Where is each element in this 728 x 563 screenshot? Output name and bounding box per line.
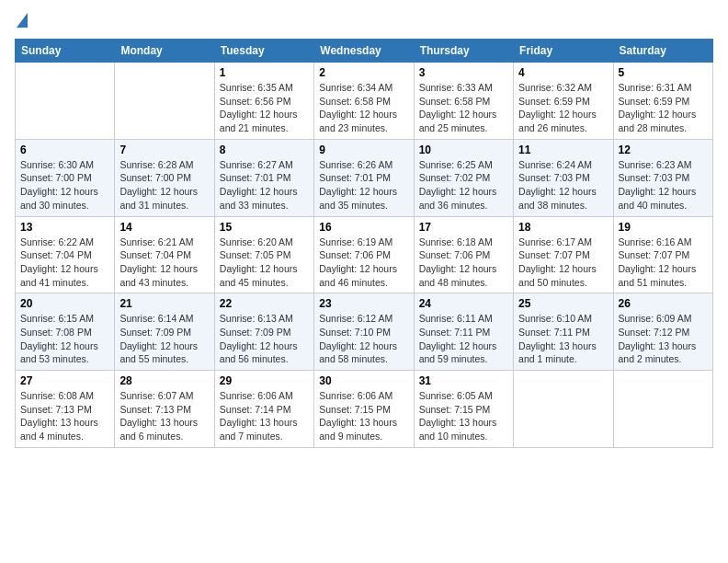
day-number: 10 bbox=[419, 144, 508, 156]
calendar-cell bbox=[16, 63, 115, 140]
day-number: 19 bbox=[619, 221, 708, 234]
day-number: 28 bbox=[119, 374, 209, 387]
day-info: Sunrise: 6:34 AMSunset: 6:58 PMDaylight:… bbox=[319, 81, 408, 135]
day-number: 3 bbox=[419, 66, 508, 79]
day-info: Sunrise: 6:35 AMSunset: 6:56 PMDaylight:… bbox=[220, 81, 309, 135]
calendar-cell: 15Sunrise: 6:20 AMSunset: 7:05 PMDayligh… bbox=[214, 216, 313, 293]
day-number: 26 bbox=[619, 297, 708, 310]
logo-arrow-icon bbox=[17, 13, 28, 28]
calendar-cell bbox=[613, 371, 712, 448]
day-number: 7 bbox=[119, 144, 209, 156]
calendar-cell: 7Sunrise: 6:28 AMSunset: 7:00 PMDaylight… bbox=[115, 139, 214, 216]
day-info: Sunrise: 6:32 AMSunset: 6:59 PMDaylight:… bbox=[518, 81, 608, 135]
day-number: 11 bbox=[518, 144, 608, 156]
day-number: 22 bbox=[220, 297, 309, 310]
day-number: 25 bbox=[518, 297, 608, 310]
day-number: 27 bbox=[20, 374, 109, 387]
calendar-week-row: 20Sunrise: 6:15 AMSunset: 7:08 PMDayligh… bbox=[16, 293, 713, 371]
day-info: Sunrise: 6:19 AMSunset: 7:06 PMDaylight:… bbox=[319, 236, 408, 290]
day-number: 13 bbox=[20, 221, 109, 234]
day-info: Sunrise: 6:21 AMSunset: 7:04 PMDaylight:… bbox=[119, 236, 209, 290]
day-number: 14 bbox=[119, 221, 209, 234]
day-info: Sunrise: 6:11 AMSunset: 7:11 PMDaylight:… bbox=[419, 312, 508, 366]
calendar-header-thursday: Thursday bbox=[414, 40, 513, 63]
day-info: Sunrise: 6:06 AMSunset: 7:14 PMDaylight:… bbox=[220, 389, 309, 443]
calendar-cell: 23Sunrise: 6:12 AMSunset: 7:10 PMDayligh… bbox=[314, 293, 414, 371]
day-number: 15 bbox=[220, 221, 309, 234]
day-number: 1 bbox=[220, 66, 309, 79]
calendar-cell: 16Sunrise: 6:19 AMSunset: 7:06 PMDayligh… bbox=[314, 216, 414, 293]
calendar-week-row: 1Sunrise: 6:35 AMSunset: 6:56 PMDaylight… bbox=[16, 63, 713, 140]
calendar-cell: 6Sunrise: 6:30 AMSunset: 7:00 PMDaylight… bbox=[16, 139, 115, 216]
calendar-cell: 12Sunrise: 6:23 AMSunset: 7:03 PMDayligh… bbox=[613, 139, 712, 216]
calendar-cell: 13Sunrise: 6:22 AMSunset: 7:04 PMDayligh… bbox=[16, 216, 115, 293]
day-info: Sunrise: 6:23 AMSunset: 7:03 PMDaylight:… bbox=[619, 158, 708, 213]
calendar-cell: 10Sunrise: 6:25 AMSunset: 7:02 PMDayligh… bbox=[414, 139, 513, 216]
calendar-cell: 31Sunrise: 6:05 AMSunset: 7:15 PMDayligh… bbox=[414, 371, 513, 448]
calendar-cell: 22Sunrise: 6:13 AMSunset: 7:09 PMDayligh… bbox=[214, 293, 313, 371]
calendar-cell: 3Sunrise: 6:33 AMSunset: 6:58 PMDaylight… bbox=[414, 63, 513, 140]
day-info: Sunrise: 6:22 AMSunset: 7:04 PMDaylight:… bbox=[20, 236, 109, 290]
day-number: 24 bbox=[419, 297, 508, 310]
day-info: Sunrise: 6:20 AMSunset: 7:05 PMDaylight:… bbox=[220, 236, 309, 290]
day-info: Sunrise: 6:12 AMSunset: 7:10 PMDaylight:… bbox=[319, 312, 408, 366]
day-number: 21 bbox=[119, 297, 209, 310]
day-number: 30 bbox=[319, 374, 408, 387]
day-info: Sunrise: 6:33 AMSunset: 6:58 PMDaylight:… bbox=[419, 81, 508, 135]
day-info: Sunrise: 6:24 AMSunset: 7:03 PMDaylight:… bbox=[518, 158, 608, 213]
day-number: 23 bbox=[319, 297, 408, 310]
day-number: 5 bbox=[619, 66, 708, 79]
day-info: Sunrise: 6:28 AMSunset: 7:00 PMDaylight:… bbox=[119, 158, 209, 213]
day-number: 6 bbox=[20, 144, 109, 156]
day-info: Sunrise: 6:16 AMSunset: 7:07 PMDaylight:… bbox=[619, 236, 708, 290]
calendar-cell: 30Sunrise: 6:06 AMSunset: 7:15 PMDayligh… bbox=[314, 371, 414, 448]
day-info: Sunrise: 6:08 AMSunset: 7:13 PMDaylight:… bbox=[20, 389, 109, 443]
calendar-cell: 27Sunrise: 6:08 AMSunset: 7:13 PMDayligh… bbox=[16, 371, 115, 448]
calendar-table: SundayMondayTuesdayWednesdayThursdayFrid… bbox=[15, 39, 713, 448]
day-info: Sunrise: 6:18 AMSunset: 7:06 PMDaylight:… bbox=[419, 236, 508, 290]
calendar-header-wednesday: Wednesday bbox=[314, 40, 414, 63]
day-number: 31 bbox=[419, 374, 508, 387]
calendar-cell: 4Sunrise: 6:32 AMSunset: 6:59 PMDaylight… bbox=[514, 63, 613, 140]
day-info: Sunrise: 6:15 AMSunset: 7:08 PMDaylight:… bbox=[20, 312, 109, 366]
day-number: 29 bbox=[220, 374, 309, 387]
calendar-cell bbox=[514, 371, 613, 448]
calendar-cell: 5Sunrise: 6:31 AMSunset: 6:59 PMDaylight… bbox=[613, 63, 712, 140]
calendar-cell: 11Sunrise: 6:24 AMSunset: 7:03 PMDayligh… bbox=[514, 139, 613, 216]
day-info: Sunrise: 6:10 AMSunset: 7:11 PMDaylight:… bbox=[518, 312, 608, 366]
day-info: Sunrise: 6:30 AMSunset: 7:00 PMDaylight:… bbox=[20, 158, 109, 213]
day-info: Sunrise: 6:17 AMSunset: 7:07 PMDaylight:… bbox=[518, 236, 608, 290]
day-number: 18 bbox=[518, 221, 608, 234]
day-number: 20 bbox=[20, 297, 109, 310]
day-number: 9 bbox=[319, 144, 408, 156]
calendar-header-saturday: Saturday bbox=[613, 40, 712, 63]
calendar-cell: 28Sunrise: 6:07 AMSunset: 7:13 PMDayligh… bbox=[115, 371, 214, 448]
day-number: 8 bbox=[220, 144, 309, 156]
calendar-header-monday: Monday bbox=[115, 40, 214, 63]
calendar-cell: 25Sunrise: 6:10 AMSunset: 7:11 PMDayligh… bbox=[514, 293, 613, 371]
calendar-cell: 21Sunrise: 6:14 AMSunset: 7:09 PMDayligh… bbox=[115, 293, 214, 371]
day-info: Sunrise: 6:07 AMSunset: 7:13 PMDaylight:… bbox=[119, 389, 209, 443]
calendar-week-row: 27Sunrise: 6:08 AMSunset: 7:13 PMDayligh… bbox=[16, 371, 713, 448]
calendar-cell: 20Sunrise: 6:15 AMSunset: 7:08 PMDayligh… bbox=[16, 293, 115, 371]
calendar-cell bbox=[115, 63, 214, 140]
calendar-cell: 18Sunrise: 6:17 AMSunset: 7:07 PMDayligh… bbox=[514, 216, 613, 293]
day-info: Sunrise: 6:09 AMSunset: 7:12 PMDaylight:… bbox=[619, 312, 708, 366]
calendar-header-row: SundayMondayTuesdayWednesdayThursdayFrid… bbox=[16, 40, 713, 63]
calendar-header-friday: Friday bbox=[514, 40, 613, 63]
calendar-header-tuesday: Tuesday bbox=[214, 40, 313, 63]
day-number: 16 bbox=[319, 221, 408, 234]
logo bbox=[15, 15, 28, 29]
calendar-cell: 26Sunrise: 6:09 AMSunset: 7:12 PMDayligh… bbox=[613, 293, 712, 371]
calendar-cell: 2Sunrise: 6:34 AMSunset: 6:58 PMDaylight… bbox=[314, 63, 414, 140]
day-info: Sunrise: 6:25 AMSunset: 7:02 PMDaylight:… bbox=[419, 158, 508, 213]
day-info: Sunrise: 6:27 AMSunset: 7:01 PMDaylight:… bbox=[220, 158, 309, 213]
day-number: 17 bbox=[419, 221, 508, 234]
calendar-header-sunday: Sunday bbox=[16, 40, 115, 63]
calendar-cell: 8Sunrise: 6:27 AMSunset: 7:01 PMDaylight… bbox=[214, 139, 313, 216]
calendar-cell: 19Sunrise: 6:16 AMSunset: 7:07 PMDayligh… bbox=[613, 216, 712, 293]
day-number: 2 bbox=[319, 66, 408, 79]
calendar-cell: 1Sunrise: 6:35 AMSunset: 6:56 PMDaylight… bbox=[214, 63, 313, 140]
calendar-cell: 17Sunrise: 6:18 AMSunset: 7:06 PMDayligh… bbox=[414, 216, 513, 293]
day-info: Sunrise: 6:14 AMSunset: 7:09 PMDaylight:… bbox=[119, 312, 209, 366]
